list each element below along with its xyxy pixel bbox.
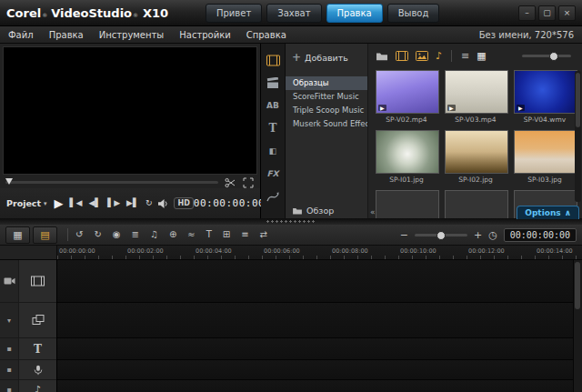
track-toggle-icon[interactable]: ▪	[0, 338, 19, 359]
zoom-in-icon[interactable]: +	[474, 229, 482, 241]
fit-project-icon[interactable]: ◷	[488, 229, 497, 241]
menu-edit[interactable]: Правка	[49, 30, 84, 40]
title-track-lane[interactable]	[57, 338, 573, 360]
media-library-icon[interactable]	[265, 53, 281, 67]
slider-knob[interactable]	[436, 231, 446, 240]
show-photos-filter-icon[interactable]	[416, 51, 428, 61]
add-folder-button[interactable]: + Добавить	[286, 49, 367, 65]
video-thumbnail[interactable]: ▶	[514, 70, 577, 114]
list-view-icon[interactable]: ≡	[461, 50, 469, 62]
tab-share[interactable]: Вывод	[387, 4, 440, 23]
track-toggle-icon[interactable]: ▪	[0, 360, 19, 379]
previous-frame-button[interactable]: ◀▌	[88, 199, 101, 207]
panel-splitter[interactable]	[0, 218, 582, 225]
options-button[interactable]: Options ∧	[517, 206, 579, 219]
image-thumbnail[interactable]	[376, 130, 439, 174]
project-mode-dropdown[interactable]: Project ▾	[6, 198, 47, 208]
video-preview[interactable]	[3, 46, 257, 175]
sound-mixer-button[interactable]: ≣	[132, 230, 139, 239]
menu-file[interactable]: Файл	[8, 30, 34, 40]
track-manager-button[interactable]: ≡	[241, 230, 248, 239]
menu-help[interactable]: Справка	[246, 30, 286, 40]
menu-tools[interactable]: Инструменты	[99, 30, 165, 40]
scrubber-handle[interactable]	[5, 178, 13, 185]
scrollbar-thumb[interactable]	[576, 73, 580, 127]
waveform-button[interactable]: ≈	[187, 230, 195, 239]
scrubber-track[interactable]	[5, 181, 218, 184]
split-clip-icon[interactable]	[224, 177, 236, 188]
video-thumbnail[interactable]: ▶	[376, 70, 439, 114]
library-item[interactable]: SP-I02.jpg	[445, 130, 507, 185]
next-frame-button[interactable]: ▌▶	[107, 199, 120, 207]
zoom-out-icon[interactable]: −	[400, 229, 408, 241]
music-track-lane[interactable]	[57, 380, 573, 392]
folder-item[interactable]: Образцы	[286, 76, 367, 90]
tab-capture[interactable]: Захват	[266, 4, 321, 23]
overlay-track-lane[interactable]	[57, 303, 573, 338]
voice-track-lane[interactable]	[57, 360, 573, 380]
end-button[interactable]: ▶▌	[126, 199, 139, 207]
video-track-lane[interactable]	[57, 260, 573, 303]
home-button[interactable]: ▌◀	[70, 199, 83, 207]
video-thumbnail[interactable]: ▶	[445, 70, 508, 114]
library-item-partial[interactable]	[376, 190, 437, 218]
auto-music-button[interactable]: ♫	[150, 230, 158, 239]
title-tool-icon[interactable]: T	[265, 121, 281, 136]
repeat-button[interactable]: ↻	[146, 199, 153, 207]
thumbnail-view-icon[interactable]: ▦	[477, 50, 486, 62]
timeline-view-button[interactable]: ▤	[33, 226, 57, 244]
library-item-partial[interactable]	[445, 190, 507, 218]
folder-item[interactable]: Triple Scoop Music	[286, 104, 367, 117]
graphic-icon[interactable]: ◧	[265, 144, 281, 158]
tab-welcome[interactable]: Привет	[206, 4, 262, 23]
storyboard-view-button[interactable]: ▦	[5, 226, 30, 244]
voice-track-header[interactable]: ▪	[0, 360, 56, 380]
subtitle-editor-button[interactable]: T	[206, 230, 212, 239]
image-thumbnail[interactable]	[514, 130, 577, 174]
maximize-button[interactable]: ▢	[538, 5, 556, 21]
library-item[interactable]: SP-I01.jpg	[376, 130, 437, 185]
track-camera-icon[interactable]	[0, 260, 19, 302]
redo-button[interactable]: ↻	[94, 230, 101, 239]
folder-item[interactable]: ScoreFitter Music	[286, 90, 367, 104]
show-audio-filter-icon[interactable]: ♪	[436, 50, 442, 62]
instant-project-icon[interactable]	[265, 75, 281, 90]
slider-knob[interactable]	[549, 52, 558, 61]
tab-edit[interactable]: Правка	[326, 4, 383, 23]
thumbnail-zoom-slider[interactable]	[522, 55, 571, 57]
volume-icon[interactable]	[157, 198, 168, 209]
track-toggle-icon[interactable]: ▪	[0, 380, 19, 392]
browse-button[interactable]: Обзор	[292, 206, 334, 216]
overlay-track-header[interactable]: ▾	[0, 303, 56, 338]
timecode-value[interactable]: 00:00:00:00	[194, 197, 265, 209]
enlarge-preview-icon[interactable]	[242, 177, 255, 188]
library-item[interactable]: ▶SP-V04.wmv	[514, 70, 576, 125]
folder-item[interactable]: Muserk Sound Effect	[286, 117, 367, 131]
timeline-ruler-scale[interactable]: 00:00:00:0000:00:02:0000:00:04:0000:00:0…	[57, 246, 582, 259]
timeline-zoom-slider[interactable]	[415, 234, 467, 236]
show-videos-filter-icon[interactable]	[396, 51, 408, 61]
multicam-editor-button[interactable]: ⊞	[223, 230, 230, 239]
video-track-header[interactable]	[0, 260, 56, 303]
library-item[interactable]: ▶SP-V03.mp4	[445, 70, 507, 125]
play-button[interactable]: ▶	[55, 197, 64, 209]
collapse-panel-icon[interactable]: «	[370, 207, 376, 216]
chevron-down-icon[interactable]: ▾	[0, 303, 19, 337]
transition-icon[interactable]: AB	[265, 98, 281, 113]
scrollbar-thumb[interactable]	[575, 262, 580, 309]
menu-settings[interactable]: Настройки	[179, 30, 230, 40]
hd-preview-button[interactable]: HD	[174, 197, 193, 209]
close-button[interactable]: ×	[558, 5, 576, 21]
music-track-header[interactable]: ▪ ♪	[0, 380, 56, 392]
minimize-button[interactable]: –	[518, 5, 536, 21]
import-folder-icon[interactable]	[376, 51, 388, 61]
undo-button[interactable]: ↺	[75, 230, 83, 239]
library-scrollbar[interactable]	[575, 71, 581, 202]
splitter-grip[interactable]	[266, 220, 316, 223]
title-track-header[interactable]: ▪ T	[0, 338, 56, 360]
motion-tracking-button[interactable]: ⊕	[169, 230, 176, 239]
ripple-editing-button[interactable]: ⇄	[260, 230, 267, 239]
timeline-timecode[interactable]: 00:00:00:00	[504, 228, 577, 242]
motion-path-icon[interactable]	[265, 189, 281, 204]
record-capture-button[interactable]: ◉	[113, 230, 121, 239]
